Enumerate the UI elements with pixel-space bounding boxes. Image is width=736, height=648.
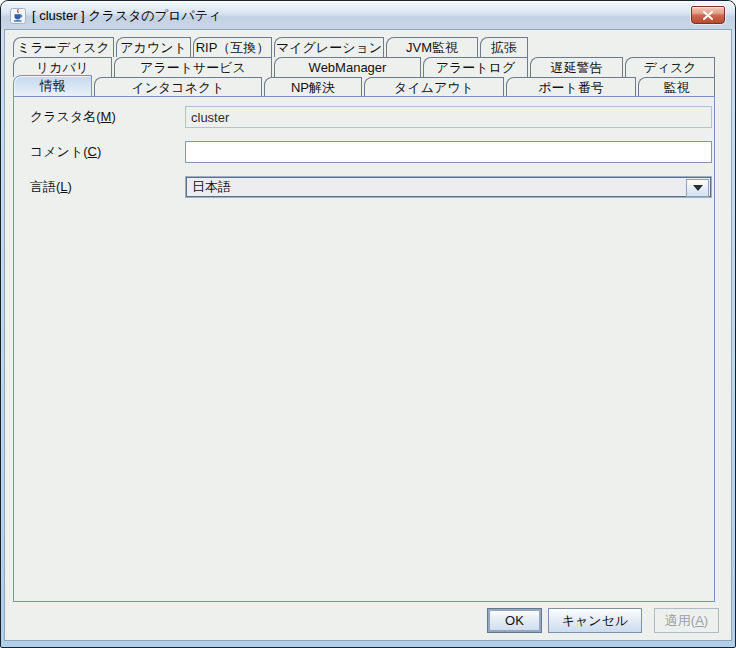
comment-label: コメント(C) bbox=[30, 141, 101, 163]
tab-rip-compat[interactable]: RIP（互換） bbox=[193, 37, 272, 57]
tab-jvm-monitor[interactable]: JVM監視 bbox=[386, 37, 478, 57]
tab-disk[interactable]: ディスク bbox=[625, 57, 715, 77]
cancel-button[interactable]: キャンセル bbox=[548, 608, 642, 633]
close-button[interactable] bbox=[691, 6, 725, 24]
java-icon bbox=[10, 8, 26, 24]
tab-row-1: ミラーディスク アカウント RIP（互換） マイグレーション JVM監視 拡張 bbox=[13, 37, 530, 57]
cluster-name-label: クラスタ名(M) bbox=[30, 106, 116, 128]
cluster-name-field bbox=[185, 106, 712, 128]
language-label: 言語(L) bbox=[30, 176, 72, 198]
cluster-properties-dialog: [ cluster ] クラスタのプロパティ ミラーディスク アカウント RIP… bbox=[0, 0, 736, 648]
dialog-button-bar: OK キャンセル 適用(A) bbox=[5, 608, 719, 633]
tab-alert-service[interactable]: アラートサービス bbox=[114, 57, 272, 77]
tab-monitor[interactable]: 監視 bbox=[638, 77, 715, 97]
apply-button: 適用(A) bbox=[654, 608, 719, 633]
dialog-client-area: ミラーディスク アカウント RIP（互換） マイグレーション JVM監視 拡張 … bbox=[5, 30, 731, 640]
tab-port-number[interactable]: ポート番号 bbox=[506, 77, 636, 97]
tab-delay-warning[interactable]: 遅延警告 bbox=[530, 57, 623, 77]
tab-info[interactable]: 情報 bbox=[13, 75, 92, 97]
info-tab-panel: クラスタ名(M) コメント(C) 言語(L) 日本語 bbox=[13, 96, 715, 602]
tab-webmanager[interactable]: WebManager bbox=[274, 57, 421, 77]
tab-mirror-disk[interactable]: ミラーディスク bbox=[13, 37, 114, 57]
chevron-down-icon bbox=[693, 185, 703, 191]
comment-field[interactable] bbox=[185, 141, 712, 163]
title-bar[interactable]: [ cluster ] クラスタのプロパティ bbox=[1, 1, 735, 30]
tab-account[interactable]: アカウント bbox=[116, 37, 191, 57]
tab-migration[interactable]: マイグレーション bbox=[274, 37, 384, 57]
language-combobox-value: 日本語 bbox=[192, 178, 231, 196]
tab-np-resolution[interactable]: NP解決 bbox=[264, 77, 362, 97]
tab-recovery[interactable]: リカバリ bbox=[13, 57, 112, 77]
language-combobox[interactable]: 日本語 bbox=[185, 176, 712, 198]
close-icon bbox=[702, 11, 714, 20]
tab-row-2: リカバリ アラートサービス WebManager アラートログ 遅延警告 ディス… bbox=[13, 57, 717, 77]
tab-row-3: 情報 インタコネクト NP解決 タイムアウト ポート番号 監視 bbox=[13, 77, 717, 97]
ok-button[interactable]: OK bbox=[487, 608, 542, 633]
language-combobox-button[interactable] bbox=[686, 179, 709, 197]
tab-timeout[interactable]: タイムアウト bbox=[364, 77, 504, 97]
tab-alert-log[interactable]: アラートログ bbox=[423, 57, 528, 77]
tab-interconnect[interactable]: インタコネクト bbox=[94, 77, 262, 97]
window-title: [ cluster ] クラスタのプロパティ bbox=[32, 7, 221, 25]
tab-extension[interactable]: 拡張 bbox=[480, 37, 528, 57]
